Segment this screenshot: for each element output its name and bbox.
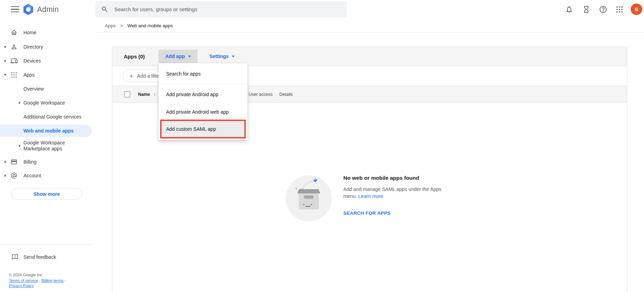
sidebar-nav: Home Directory Devices Apps Overview Goo… [0, 19, 112, 292]
help-icon[interactable] [599, 5, 607, 14]
at-icon [10, 172, 17, 179]
chevron-down-icon [232, 56, 235, 57]
avatar[interactable]: S [631, 3, 642, 15]
apps-grid-icon [10, 71, 17, 78]
menu-item-add-custom-saml-app[interactable]: Add custom SAML app [160, 120, 246, 138]
sort-ascending-icon[interactable]: ↑ [153, 86, 156, 103]
breadcrumb-divider [95, 32, 644, 33]
show-more-button[interactable]: Show more [11, 188, 82, 200]
chevron-right-icon [5, 161, 6, 163]
column-header-details[interactable]: Details [279, 86, 293, 103]
breadcrumb-apps[interactable]: Apps [105, 23, 116, 28]
sidebar-item-home[interactable]: Home [0, 26, 92, 40]
menu-item-add-private-android-web-app[interactable]: Add private Android web app [158, 104, 248, 120]
add-app-dropdown-menu: Search for apps Add private Android app … [158, 63, 248, 140]
chevron-right-icon [5, 174, 6, 177]
person-icon [10, 43, 17, 50]
search-input[interactable] [114, 6, 338, 12]
sidebar-item-overview[interactable]: Overview [0, 82, 92, 96]
send-feedback-button[interactable]: Send feedback [0, 250, 92, 264]
chevron-right-icon [5, 59, 6, 62]
billing-card-icon [10, 158, 17, 165]
app-header: Admin S [0, 0, 644, 19]
menu-item-search-for-apps[interactable]: Search for apps [158, 63, 248, 84]
select-all-checkbox[interactable] [124, 91, 130, 98]
plus-icon: + [129, 73, 133, 79]
chevron-down-icon [4, 74, 7, 76]
google-admin-logo [22, 3, 34, 15]
empty-state-description: Add and manage SAML apps under the Apps … [343, 186, 445, 200]
sidebar-item-account[interactable]: Account [0, 169, 92, 183]
feedback-icon [12, 254, 19, 261]
sidebar-item-directory[interactable]: Directory [0, 40, 92, 54]
search-for-apps-link[interactable]: SEARCH FOR APPS [343, 211, 391, 216]
sidebar-divider [0, 244, 91, 245]
empty-box-illustration [286, 175, 332, 221]
column-header-user-access[interactable]: User access [249, 86, 273, 103]
chevron-down-icon [188, 56, 191, 57]
sidebar-footer: © 2024 Google Inc. Terms of service - Bi… [9, 272, 66, 289]
privacy-policy-link[interactable]: Privacy Policy [9, 284, 34, 288]
sidebar-item-gw-marketplace-apps[interactable]: Google Workspace Marketplace apps [0, 138, 92, 153]
home-icon [10, 29, 17, 36]
chevron-right-icon [19, 144, 21, 147]
add-app-button[interactable]: Add app [158, 50, 198, 63]
sidebar-item-apps[interactable]: Apps [0, 68, 92, 82]
devices-icon [10, 57, 17, 64]
breadcrumb-separator: > [120, 23, 123, 28]
breadcrumb: Apps > Web and mobile apps [105, 20, 173, 32]
global-search[interactable] [95, 1, 347, 17]
learn-more-link[interactable]: Learn more [358, 193, 384, 199]
sidebar-item-devices[interactable]: Devices [0, 54, 92, 68]
sidebar-item-google-workspace[interactable]: Google Workspace [0, 96, 92, 110]
column-header-name[interactable]: Name [138, 86, 150, 103]
google-apps-grid-icon[interactable] [615, 5, 624, 14]
notifications-icon[interactable] [565, 5, 573, 14]
menu-icon[interactable] [11, 6, 19, 13]
sidebar-item-web-and-mobile-apps[interactable]: Web and mobile apps [0, 124, 92, 137]
chevron-right-icon [5, 45, 6, 48]
empty-state-title: No web or mobile apps found [343, 175, 419, 181]
apps-count-title: Apps (0) [124, 47, 145, 66]
settings-button[interactable]: Settings [202, 50, 242, 63]
billing-terms-link[interactable]: Billing terms [42, 278, 64, 283]
breadcrumb-current: Web and mobile apps [127, 23, 173, 28]
app-title: Admin [37, 0, 59, 19]
menu-item-add-private-android-app[interactable]: Add private Android app [158, 84, 248, 104]
terms-of-service-link[interactable]: Terms of service [9, 278, 38, 283]
sidebar-item-billing[interactable]: Billing [0, 155, 92, 169]
sidebar-item-additional-google-services[interactable]: Additional Google services [0, 110, 92, 124]
search-icon [101, 6, 108, 13]
tasks-hourglass-icon[interactable] [582, 5, 591, 14]
chevron-right-icon [19, 101, 21, 104]
copyright: © 2024 Google Inc. [9, 272, 66, 278]
